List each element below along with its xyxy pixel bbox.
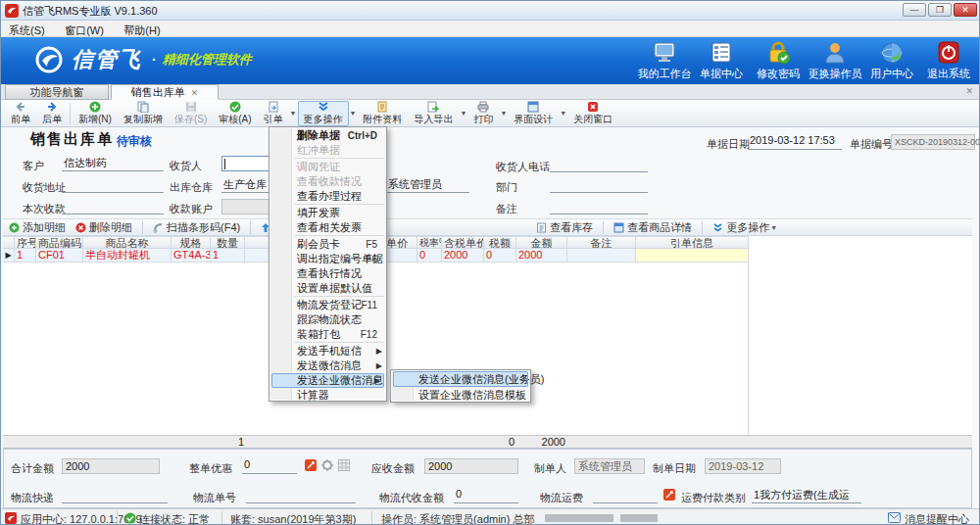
menu-item-view-process[interactable]: 查看办理过程 — [270, 189, 386, 204]
cell-code[interactable]: CF01 — [36, 249, 83, 262]
col-tax-rate[interactable]: 税率% — [417, 236, 442, 249]
menu-item-swipe-member-card[interactable]: 刷会员卡F5 — [270, 237, 386, 252]
connection-ok-icon — [124, 512, 136, 524]
tab-close-icon[interactable]: ✕ — [191, 88, 199, 98]
audit-button[interactable]: 审核(A) — [213, 101, 257, 126]
change-password-button[interactable]: 修改密码 — [750, 41, 807, 81]
maximize-button[interactable]: ❐ — [928, 3, 952, 17]
tab-nav-window[interactable]: 功能导航窗 — [5, 84, 109, 100]
detail-more-operations-button[interactable]: 更多操作▼ — [712, 220, 778, 235]
menu-item-calculator[interactable]: 计算器 — [270, 388, 386, 403]
view-stock-button[interactable]: 查看库存 — [536, 220, 593, 235]
save-button[interactable]: 保存(S) — [169, 101, 213, 126]
user-center-button[interactable]: 用户中心 — [863, 41, 920, 81]
ref-dropdown-caret[interactable]: ▼ — [290, 110, 297, 117]
add-detail-button[interactable]: 添加明细 — [9, 220, 66, 235]
discount-field[interactable]: 0 — [242, 458, 297, 474]
cod-field[interactable]: 0 — [454, 488, 518, 503]
message-center-link[interactable]: 消息提醒中心 — [905, 512, 969, 525]
close-window-button[interactable]: ✕ — [954, 3, 977, 17]
menu-item-logistics-register[interactable]: 物流发货登记F11 — [270, 298, 386, 312]
edit-tag-icon[interactable] — [305, 459, 317, 471]
col-code[interactable]: 商品编码 — [36, 236, 83, 249]
next-doc-button[interactable]: 后单 — [36, 101, 68, 126]
phone-field[interactable] — [550, 157, 648, 172]
cell-tax[interactable]: 0 — [484, 249, 516, 262]
express-field[interactable] — [62, 488, 168, 503]
doc-date-field[interactable]: 2019-03-12 17:53 — [748, 134, 842, 150]
cell-tax-rate[interactable]: 0 — [417, 249, 442, 262]
menu-item-view-voucher[interactable]: 调阅凭证 — [270, 160, 386, 174]
menu-item-send-wechat[interactable]: 发送微信消息▶ — [270, 358, 386, 373]
close-tab-button[interactable]: 关闭窗口 — [567, 101, 618, 126]
import-export-caret[interactable]: ▼ — [460, 110, 466, 117]
payment-field[interactable] — [62, 199, 164, 215]
menu-item-packing[interactable]: 装箱打包F12 — [270, 327, 386, 342]
submenu-item-send-work-wechat-salesman[interactable]: 发送企业微信消息(业务员) — [393, 371, 528, 387]
attachment-button[interactable]: 附件资料 — [357, 101, 408, 126]
freight-type-field[interactable]: 1我方付运费(生成运 — [752, 488, 861, 503]
cell-qty[interactable]: 1 — [211, 249, 245, 262]
menu-item-send-work-wechat[interactable]: 发送企业微信消息▶ — [271, 373, 384, 388]
col-seq[interactable]: 序号 — [15, 236, 36, 249]
express-label: 物流快递 — [11, 491, 54, 505]
prev-doc-button[interactable]: 前单 — [5, 101, 36, 126]
menu-item-delete-doc[interactable]: 删除单据Ctrl+D — [270, 128, 386, 143]
col-ref-info[interactable]: 引单信息 — [636, 236, 749, 249]
minimize-button[interactable]: — — [903, 3, 926, 17]
calc-grid-icon[interactable] — [338, 459, 350, 471]
ui-design-button[interactable]: 界面设计 — [508, 101, 559, 126]
workbench-button[interactable]: 我的工作台 — [636, 41, 693, 81]
col-name[interactable]: 商品名称 — [83, 236, 172, 249]
cell-ref-info[interactable] — [636, 249, 749, 262]
ref-doc-button[interactable]: 引单 — [258, 101, 289, 126]
cell-spec[interactable]: GT4A-3 — [172, 249, 211, 262]
cell-tax-price[interactable]: 2000 — [442, 249, 484, 262]
col-qty[interactable]: 数量 — [211, 236, 245, 249]
col-tax[interactable]: 税额 — [484, 236, 516, 249]
ui-design-caret[interactable]: ▼ — [560, 110, 566, 117]
new-button[interactable]: 新增(N) — [73, 101, 118, 126]
col-spec[interactable]: 规格 — [172, 236, 211, 249]
salesman-field[interactable]: 系统管理员 — [386, 177, 469, 193]
cell-seq[interactable]: 1 — [15, 249, 36, 262]
gear-icon[interactable] — [321, 459, 333, 471]
menu-item-send-sms[interactable]: 发送手机短信▶ — [270, 344, 386, 358]
menu-item-track-logistics[interactable]: 跟踪物流状态 — [270, 312, 386, 327]
tabbar-close-icon[interactable]: ✕ — [965, 86, 973, 96]
menu-item-view-related-invoice[interactable]: 查看相关发票 — [270, 220, 386, 235]
copy-new-button[interactable]: 复制新增 — [118, 101, 169, 126]
menu-item-set-defaults[interactable]: 设置单据默认值 — [270, 281, 386, 296]
menu-item-fill-invoice[interactable]: 填开发票 — [270, 206, 386, 220]
dept-field[interactable] — [550, 177, 648, 193]
trackno-field[interactable] — [246, 488, 356, 503]
col-tax-price[interactable]: 含税单价 — [442, 236, 484, 249]
address-field[interactable] — [62, 177, 164, 193]
col-remark[interactable]: 备注 — [567, 236, 636, 249]
switch-operator-button[interactable]: 更换操作员 — [807, 41, 863, 81]
cell-amount[interactable]: 2000 — [516, 249, 567, 262]
menu-item-recall-doc-by-no[interactable]: 调出指定编号单据F6 — [270, 252, 386, 266]
import-export-button[interactable]: 导入导出 — [408, 101, 459, 126]
print-caret[interactable]: ▼ — [500, 110, 507, 117]
submenu-item-set-work-wechat-template[interactable]: 设置企业微信消息模板 — [391, 387, 530, 403]
cell-name[interactable]: 半自动封罐机 — [83, 249, 172, 262]
edit-tag-icon[interactable] — [663, 489, 675, 501]
cell-remark[interactable] — [567, 249, 636, 262]
freight-field[interactable] — [593, 488, 658, 503]
col-amount[interactable]: 金额 — [516, 236, 567, 249]
customer-field[interactable]: 信达制药 — [62, 156, 164, 171]
document-center-button[interactable]: 单据中心 — [693, 41, 750, 81]
exit-system-button[interactable]: 退出系统 — [920, 41, 977, 81]
delete-detail-button[interactable]: 删除明细 — [75, 220, 132, 235]
more-dropdown-caret[interactable]: ▼ — [350, 110, 357, 117]
scan-barcode-button[interactable]: 扫描条形码(F4) — [153, 220, 240, 235]
print-button[interactable]: 打印 — [467, 101, 499, 126]
remark-field[interactable] — [550, 199, 648, 215]
menu-item-view-receipts[interactable]: 查看收款情况 — [270, 174, 386, 189]
menu-item-red-reverse[interactable]: 红冲单据 — [270, 143, 386, 158]
menu-item-view-execution[interactable]: 查看执行情况 — [270, 266, 386, 281]
more-operations-button[interactable]: 更多操作 — [298, 101, 349, 126]
tab-sales-outbound[interactable]: 销售出库单✕ — [111, 84, 219, 100]
view-product-detail-button[interactable]: 查看商品详情 — [613, 220, 692, 235]
